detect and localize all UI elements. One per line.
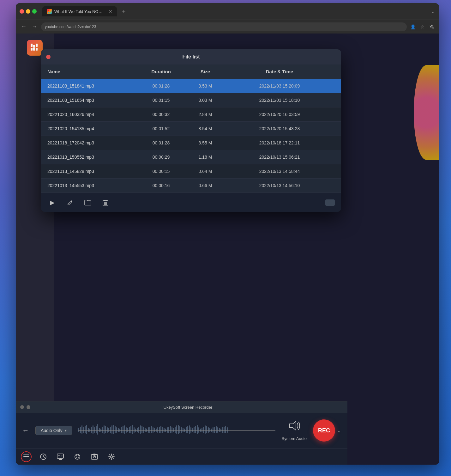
col-header-name: Name [47, 69, 136, 74]
browser-content: ⏮ File list Name Duration Size Date & Ti… [16, 34, 439, 465]
table-cell-2: 3.03 M [186, 98, 224, 103]
tab-chevron-icon[interactable]: ⌄ [431, 9, 435, 15]
display-icon-button[interactable] [55, 451, 66, 462]
folder-button[interactable] [83, 198, 93, 208]
table-cell-2: 3.53 M [186, 83, 224, 88]
browser-tab[interactable]: What If We Told You NONE Of ✕ [42, 6, 117, 16]
rec-button[interactable]: REC [313, 419, 335, 442]
modal-titlebar: File list [41, 49, 341, 64]
star-icon[interactable]: ☆ [419, 23, 426, 30]
address-bar[interactable]: youtube.com/watch?v=abc123 [41, 22, 407, 31]
svg-rect-7 [31, 48, 33, 51]
table-cell-3: 2022/10/13 14:56:10 [224, 183, 335, 188]
browser-window: What If We Told You NONE Of ✕ + ⌄ ← → yo… [16, 3, 439, 465]
tab-close-icon[interactable]: ✕ [109, 9, 112, 14]
audio-mode-button[interactable]: Audio Only ▾ [35, 426, 72, 435]
table-cell-3: 2022/10/13 14:58:44 [224, 169, 335, 174]
edit-button[interactable] [65, 198, 75, 208]
delete-button[interactable] [100, 198, 111, 208]
table-row[interactable]: 20221013_150552.mp300:00:291.18 M2022/10… [41, 150, 341, 164]
modal-title: File list [182, 54, 200, 60]
mode-dropdown-arrow: ▾ [65, 428, 67, 433]
table-cell-2: 2.84 M [186, 112, 224, 117]
waveform-area [78, 418, 275, 443]
audio-mode-label: Audio Only [41, 428, 62, 433]
extension-icon[interactable]: 🔌 [428, 23, 435, 30]
table-cell-0: 20221020_160326.mp4 [47, 112, 136, 117]
table-cell-2: 3.55 M [186, 140, 224, 145]
recorder-dot-1 [20, 405, 24, 409]
table-cell-1: 00:00:16 [136, 183, 186, 188]
svg-rect-2 [48, 12, 49, 13]
table-cell-3: 2022/11/03 15:20:09 [224, 83, 335, 88]
table-row[interactable]: 20221103_151841.mp300:01:283.53 M2022/11… [41, 79, 341, 93]
recorder-panel: UkeySoft Screen Recorder ← Audio Only ▾ [16, 401, 347, 465]
table-row[interactable]: 20221013_145828.mp300:00:150.64 M2022/10… [41, 164, 341, 179]
recorder-titlebar: UkeySoft Screen Recorder [16, 401, 347, 413]
table-cell-0: 20221013_145553.mp3 [47, 183, 136, 188]
svg-line-21 [43, 457, 45, 457]
file-list-table-body: 20221103_151841.mp300:01:283.53 M2022/11… [41, 79, 341, 193]
table-cell-1: 00:01:52 [136, 126, 186, 131]
table-cell-3: 2022/10/20 15:43:28 [224, 126, 335, 131]
svg-rect-18 [23, 458, 29, 458]
table-row[interactable]: 20221020_154135.mp400:01:528.54 M2022/10… [41, 122, 341, 136]
svg-rect-16 [23, 455, 29, 455]
svg-point-36 [111, 455, 113, 458]
recorder-bottom-bar [16, 448, 347, 465]
table-row[interactable]: 20221020_160326.mp400:00:322.84 M2022/10… [41, 107, 341, 122]
svg-point-35 [94, 456, 95, 457]
screenshot-icon-button[interactable] [89, 451, 100, 462]
svg-point-30 [78, 455, 79, 456]
table-cell-3: 2022/11/03 15:18:10 [224, 98, 335, 103]
waveform-canvas [78, 418, 275, 443]
schedule-icon-button[interactable] [38, 451, 49, 462]
new-tab-button[interactable]: + [122, 8, 126, 15]
tab-title: What If We Told You NONE Of [54, 9, 105, 14]
table-cell-2: 1.18 M [186, 155, 224, 160]
table-cell-3: 2022/10/20 16:03:59 [224, 112, 335, 117]
svg-rect-22 [57, 454, 63, 458]
tab-favicon [47, 9, 52, 14]
file-list-icon-button[interactable] [21, 451, 32, 462]
play-button[interactable]: ▶ [47, 198, 57, 208]
maximize-dot[interactable] [32, 9, 37, 14]
table-cell-3: 2022/10/13 15:06:21 [224, 155, 335, 160]
palette-icon-button[interactable] [72, 451, 83, 462]
modal-close-dot[interactable] [46, 55, 51, 59]
recorder-title: UkeySoft Screen Recorder [33, 405, 343, 410]
back-button[interactable]: ← [20, 22, 28, 31]
recorder-dot-2 [27, 405, 30, 409]
table-cell-0: 20221103_151654.mp3 [47, 98, 136, 103]
window-controls [20, 9, 37, 14]
table-row[interactable]: 20221018_172042.mp300:01:283.55 M2022/10… [41, 136, 341, 150]
recorder-back-button[interactable]: ← [22, 426, 29, 435]
rec-dropdown-arrow[interactable]: ⌄ [337, 428, 341, 434]
file-list-modal: File list Name Duration Size Date & Time… [41, 49, 341, 212]
minimize-dot[interactable] [26, 9, 30, 14]
svg-rect-17 [23, 456, 29, 457]
profile-icon[interactable]: 👤 [409, 23, 416, 30]
col-header-duration: Duration [136, 69, 186, 74]
table-cell-1: 00:00:32 [136, 112, 186, 117]
table-row[interactable]: 20221013_145553.mp300:00:160.66 M2022/10… [41, 179, 341, 193]
table-row[interactable]: 20221103_151654.mp300:01:153.03 M2022/11… [41, 93, 341, 107]
settings-icon-button[interactable] [106, 451, 117, 462]
svg-point-28 [75, 454, 80, 459]
close-dot[interactable] [20, 9, 24, 14]
sidebar-logo [27, 40, 43, 56]
table-cell-0: 20221013_145828.mp3 [47, 169, 136, 174]
svg-rect-8 [33, 47, 35, 51]
svg-rect-5 [33, 45, 35, 47]
table-cell-3: 2022/10/18 17:22:11 [224, 140, 335, 145]
svg-rect-1 [50, 10, 51, 11]
forward-button[interactable]: → [30, 22, 39, 31]
table-cell-2: 8.54 M [186, 126, 224, 131]
table-cell-1: 00:00:15 [136, 169, 186, 174]
svg-rect-9 [36, 48, 38, 51]
browser-titlebar: What If We Told You NONE Of ✕ + ⌄ [16, 3, 439, 20]
svg-rect-0 [48, 10, 49, 11]
browser-navbar: ← → youtube.com/watch?v=abc123 👤 ☆ 🔌 [16, 20, 439, 34]
svg-point-32 [76, 457, 77, 458]
address-text: youtube.com/watch?v=abc123 [45, 25, 96, 29]
